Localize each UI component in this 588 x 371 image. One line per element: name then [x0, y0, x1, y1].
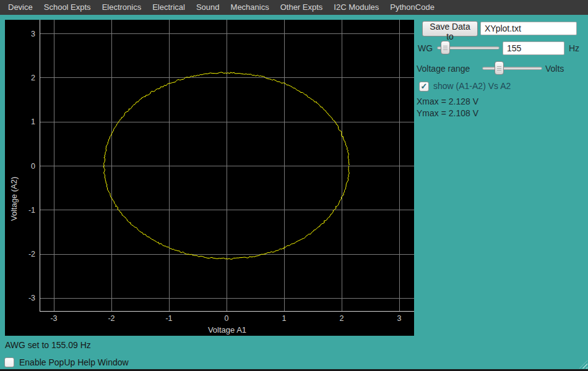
filename-input[interactable] [480, 22, 577, 35]
y-tick-label: 2 [31, 74, 35, 82]
xy-plot-area: -3-2-101233210-1-2-3 Voltage A1 Voltage … [5, 20, 414, 336]
status-message: AWG set to 155.09 Hz [5, 340, 91, 350]
menu-item-school-expts[interactable]: School Expts [38, 0, 97, 15]
show-a1-a2-checkbox-label: show (A1-A2) Vs A2 [433, 81, 511, 91]
y-tick-label: 3 [31, 30, 35, 38]
xy-plot-canvas: -3-2-101233210-1-2-3 [5, 20, 414, 336]
voltage-range-slider-handle[interactable] [495, 61, 504, 75]
app-window: { "colors": { "background": "#3ea8a2", "… [0, 0, 588, 371]
show-a1-a2-checkbox[interactable]: ✓ [419, 82, 429, 92]
wg-frequency-input[interactable] [503, 41, 564, 55]
wg-label: WG [418, 43, 433, 53]
resize-grip-icon[interactable] [579, 360, 587, 369]
menu-item-other-expts[interactable]: Other Expts [275, 0, 329, 15]
x-tick-label: 3 [397, 314, 402, 323]
voltage-range-label: Voltage range [417, 64, 470, 74]
y-tick-label: 0 [31, 162, 35, 171]
x-tick-label: -2 [108, 314, 115, 323]
y-axis-label: Voltage (A2) [9, 159, 19, 239]
popup-help-checkbox[interactable] [4, 357, 14, 367]
wg-unit-label: Hz [569, 43, 579, 53]
xmax-readout: Xmax = 2.128 V [417, 96, 478, 106]
wg-slider[interactable] [437, 41, 499, 54]
menu-item-electronics[interactable]: Electronics [97, 0, 147, 15]
wg-slider-handle[interactable] [441, 41, 450, 54]
x-tick-label: 1 [282, 314, 287, 323]
menu-item-pythoncode[interactable]: PythonCode [384, 0, 440, 15]
menu-item-mechanics[interactable]: Mechanics [225, 0, 275, 15]
menu-item-sound[interactable]: Sound [191, 0, 225, 15]
y-tick-label: -3 [28, 294, 35, 302]
popup-help-checkbox-label: Enable PopUp Help Window [19, 357, 129, 367]
y-tick-label: -2 [28, 250, 35, 258]
menu-item-device[interactable]: Device [2, 0, 38, 15]
voltage-range-unit-label: Volts [545, 64, 564, 74]
voltage-range-slider[interactable] [482, 61, 542, 75]
x-tick-label: -3 [50, 314, 57, 323]
menubar: DeviceSchool ExptsElectronicsElectricalS… [0, 0, 588, 15]
x-tick-label: -1 [165, 314, 172, 323]
y-tick-label: -1 [28, 206, 35, 215]
x-axis-label: Voltage A1 [40, 325, 414, 335]
menu-item-electrical[interactable]: Electrical [147, 0, 191, 15]
voltage-range-slider-track[interactable] [482, 67, 542, 70]
save-data-button[interactable]: Save Data to [422, 21, 478, 36]
x-tick-label: 2 [340, 314, 344, 323]
menu-item-i2c-modules[interactable]: I2C Modules [328, 0, 384, 15]
y-tick-label: 1 [31, 117, 35, 126]
x-tick-label: 0 [225, 314, 229, 323]
ymax-readout: Ymax = 2.108 V [417, 108, 478, 118]
